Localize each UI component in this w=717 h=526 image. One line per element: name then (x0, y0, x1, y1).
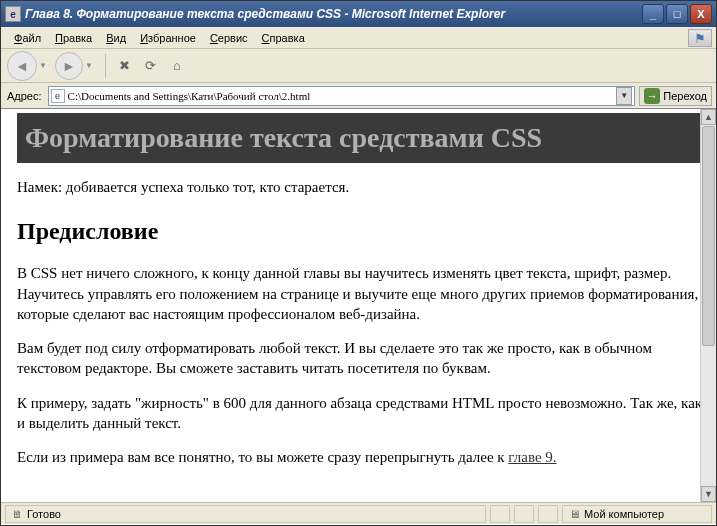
back-dropdown[interactable]: ▼ (39, 61, 47, 70)
menu-tools[interactable]: Сервис (203, 30, 255, 46)
address-dropdown[interactable]: ▼ (616, 87, 632, 105)
menu-bar: Файл Правка Вид Избранное Сервис Справка… (1, 27, 716, 49)
refresh-button[interactable]: ⟳ (140, 55, 162, 77)
paragraph-1: В CSS нет ничего сложного, к концу данно… (17, 263, 704, 324)
scroll-up-button[interactable]: ▲ (701, 109, 716, 125)
menu-favorites[interactable]: Избранное (133, 30, 203, 46)
page-heading-1: Форматирование текста средствами CSS (17, 113, 704, 163)
status-text: Готово (27, 508, 61, 520)
page-content: Форматирование текста средствами CSS Нам… (1, 109, 716, 502)
back-button[interactable]: ◄ (7, 51, 37, 81)
app-icon: e (5, 6, 21, 22)
address-label: Адрес: (5, 90, 44, 102)
paragraph-2: Вам будет под силу отформатировать любой… (17, 338, 704, 379)
toolbar-separator (105, 54, 106, 78)
home-button[interactable]: ⌂ (166, 55, 188, 77)
go-label: Переход (663, 90, 707, 102)
scroll-track[interactable] (701, 347, 716, 486)
status-panel-3 (514, 505, 534, 523)
forward-dropdown[interactable]: ▼ (85, 61, 93, 70)
scroll-thumb[interactable] (702, 126, 715, 346)
chapter-9-link[interactable]: главе 9. (508, 449, 556, 465)
status-bar: 🗎 Готово 🖥 Мой компьютер (1, 502, 716, 524)
address-field[interactable]: e ▼ (48, 86, 636, 106)
page-icon: e (51, 89, 65, 103)
window-title: Глава 8. Форматирование текста средствам… (25, 7, 642, 21)
go-button[interactable]: → Переход (639, 86, 712, 106)
toolbar: ◄ ▼ ► ▼ ✖ ⟳ ⌂ (1, 49, 716, 83)
status-panel-4 (538, 505, 558, 523)
window-titlebar: e Глава 8. Форматирование текста средств… (1, 1, 716, 27)
status-zone-text: Мой компьютер (584, 508, 664, 520)
paragraph-3: К примеру, задать "жирность" в 600 для д… (17, 393, 704, 434)
throbber-icon: ⚑ (688, 29, 712, 47)
scroll-down-button[interactable]: ▼ (701, 486, 716, 502)
status-done-icon: 🗎 (10, 507, 24, 521)
maximize-button[interactable]: □ (666, 4, 688, 24)
menu-view[interactable]: Вид (99, 30, 133, 46)
page-heading-2: Предисловие (17, 215, 704, 247)
close-button[interactable]: X (690, 4, 712, 24)
forward-button[interactable]: ► (55, 52, 83, 80)
paragraph-4-text: Если из примера вам все понятно, то вы м… (17, 449, 508, 465)
go-icon: → (644, 88, 660, 104)
vertical-scrollbar[interactable]: ▲ ▼ (700, 109, 716, 502)
status-panel-main: 🗎 Готово (5, 505, 486, 523)
menu-file[interactable]: Файл (7, 30, 48, 46)
status-panel-2 (490, 505, 510, 523)
status-zone-panel: 🖥 Мой компьютер (562, 505, 712, 523)
my-computer-icon: 🖥 (567, 507, 581, 521)
paragraph-4: Если из примера вам все понятно, то вы м… (17, 447, 704, 467)
stop-button[interactable]: ✖ (114, 55, 136, 77)
page-hint: Намек: добивается успеха только тот, кто… (17, 177, 704, 197)
minimize-button[interactable]: _ (642, 4, 664, 24)
menu-help[interactable]: Справка (255, 30, 312, 46)
menu-edit[interactable]: Правка (48, 30, 99, 46)
address-input[interactable] (68, 90, 617, 102)
address-bar: Адрес: e ▼ → Переход (1, 83, 716, 109)
